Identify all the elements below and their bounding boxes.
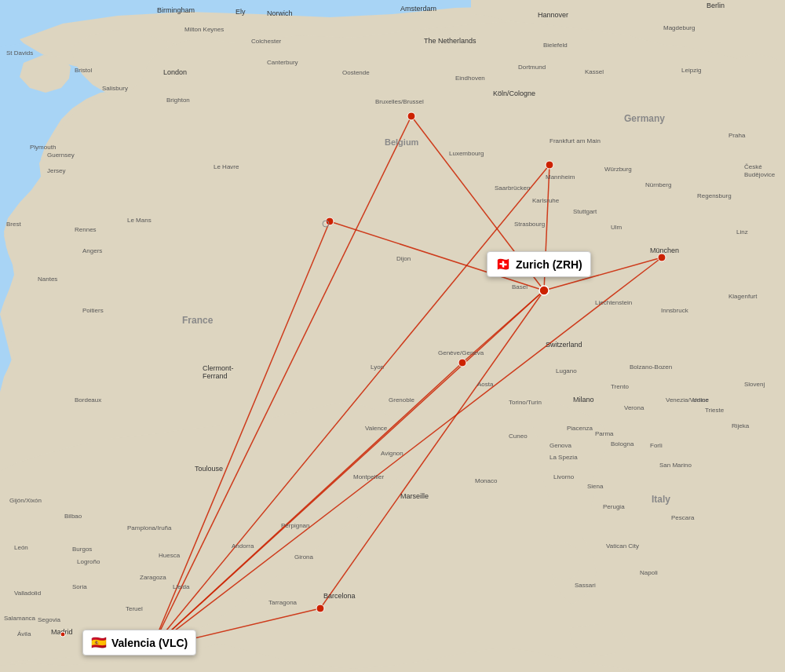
svg-text:Siena: Siena (587, 483, 604, 490)
svg-text:Switzerland: Switzerland (546, 341, 582, 349)
svg-point-136 (546, 161, 553, 169)
svg-text:Bolzano-Bozen: Bolzano-Bozen (630, 363, 672, 371)
svg-text:Barcelona: Barcelona (323, 592, 356, 600)
svg-text:Dijon: Dijon (396, 255, 411, 262)
svg-text:Montpellier: Montpellier (353, 473, 384, 480)
svg-text:Pescara: Pescara (671, 514, 695, 521)
svg-text:Berlin: Berlin (706, 2, 725, 9)
svg-point-140 (316, 604, 324, 612)
svg-text:Valence: Valence (365, 425, 388, 432)
svg-text:Würzburg: Würzburg (604, 166, 632, 173)
svg-text:The Netherlands: The Netherlands (424, 37, 476, 45)
svg-text:Hannover: Hannover (538, 11, 568, 19)
svg-text:Zaragoza: Zaragoza (140, 574, 166, 581)
svg-text:Grenoble: Grenoble (389, 396, 414, 404)
svg-text:Bordeaux: Bordeaux (75, 396, 101, 404)
svg-text:Kassel: Kassel (585, 68, 604, 75)
svg-text:Ulm: Ulm (611, 224, 623, 231)
svg-text:Praha: Praha (728, 132, 746, 139)
svg-text:Germany: Germany (624, 113, 665, 124)
svg-text:Frankfurt am Main: Frankfurt am Main (550, 137, 601, 144)
svg-text:Salamanca: Salamanca (4, 615, 36, 622)
map-svg: Birmingham Ely Norwich Amsterdam Hannove… (0, 0, 785, 672)
svg-text:Napoli: Napoli (640, 569, 658, 576)
svg-text:Pamplona/Iruña: Pamplona/Iruña (127, 524, 172, 531)
svg-text:Linz: Linz (736, 228, 748, 236)
svg-text:České: České (744, 163, 762, 170)
svg-text:Belgium: Belgium (385, 137, 419, 147)
svg-text:Aosta: Aosta (477, 381, 494, 388)
svg-text:Bielefeld: Bielefeld (543, 42, 568, 49)
svg-text:London: London (163, 68, 187, 76)
svg-text:Basel: Basel (512, 283, 528, 290)
svg-text:Brest: Brest (6, 221, 21, 228)
svg-text:Genève/Geneva: Genève/Geneva (438, 349, 484, 356)
svg-text:Oostende: Oostende (342, 69, 370, 76)
svg-text:München: München (650, 247, 679, 254)
svg-text:Nürnberg: Nürnberg (645, 181, 671, 188)
svg-text:Clermont-: Clermont- (203, 364, 234, 372)
svg-text:Poitiers: Poitiers (82, 307, 104, 314)
svg-text:Bilbao: Bilbao (64, 513, 82, 520)
svg-text:Norwich: Norwich (267, 9, 293, 17)
svg-text:Toulouse: Toulouse (195, 465, 223, 473)
svg-text:Plymouth: Plymouth (30, 144, 56, 151)
valencia-label: Valencia (VLC) (111, 637, 188, 649)
svg-text:Lugano: Lugano (556, 367, 577, 374)
svg-text:Ávila: Ávila (17, 630, 31, 637)
svg-text:Luxembourg: Luxembourg (449, 150, 484, 157)
svg-text:Rijeka: Rijeka (732, 422, 750, 429)
svg-text:Trento: Trento (611, 383, 629, 390)
svg-text:Perugia: Perugia (603, 503, 625, 510)
svg-text:Lleida: Lleida (173, 583, 190, 590)
svg-text:León: León (14, 544, 28, 551)
svg-text:Piacenza: Piacenza (567, 425, 593, 432)
svg-text:Bologna: Bologna (611, 440, 634, 447)
svg-text:Leipzig: Leipzig (681, 67, 701, 74)
svg-text:Jersey: Jersey (47, 167, 66, 174)
svg-text:Colchester: Colchester (251, 38, 282, 45)
svg-text:Dortmund: Dortmund (518, 64, 546, 71)
svg-text:Innsbruck: Innsbruck (661, 307, 689, 314)
svg-text:Angers: Angers (82, 247, 102, 254)
svg-text:Liechtenstein: Liechtenstein (595, 299, 632, 306)
svg-text:Valladolid: Valladolid (14, 590, 41, 597)
svg-point-137 (326, 217, 334, 225)
svg-text:Torino/Turin: Torino/Turin (509, 399, 542, 406)
svg-text:Strasbourg: Strasbourg (514, 221, 545, 228)
svg-text:Tarragona: Tarragona (268, 599, 298, 606)
svg-text:Birmingham: Birmingham (157, 6, 195, 14)
svg-text:Genova: Genova (550, 442, 572, 449)
svg-text:Marseille: Marseille (400, 492, 429, 500)
svg-text:Bruxelles/Brussel: Bruxelles/Brussel (375, 98, 424, 105)
svg-text:La Spezia: La Spezia (550, 454, 578, 461)
svg-point-141 (539, 286, 549, 295)
svg-text:Stuttgart: Stuttgart (573, 208, 597, 215)
svg-text:Girona: Girona (294, 553, 314, 561)
svg-text:Karlsruhe: Karlsruhe (532, 197, 560, 204)
svg-point-138 (658, 254, 666, 261)
svg-text:Italy: Italy (652, 494, 670, 505)
svg-text:Cuneo: Cuneo (509, 433, 528, 440)
svg-text:Logroño: Logroño (77, 558, 100, 565)
svg-text:Amsterdam: Amsterdam (400, 5, 436, 13)
svg-text:Avignon: Avignon (381, 450, 403, 457)
svg-text:Le Havre: Le Havre (214, 163, 239, 170)
svg-point-139 (458, 359, 466, 367)
valencia-flag: 🇪🇸 (91, 635, 107, 650)
svg-text:Soria: Soria (72, 583, 87, 590)
svg-text:Segovia: Segovia (38, 616, 60, 623)
svg-text:Ferrand: Ferrand (203, 372, 228, 380)
svg-text:Sassari: Sassari (575, 582, 596, 589)
svg-text:Salisbury: Salisbury (102, 85, 128, 92)
svg-text:Guernsey: Guernsey (47, 152, 75, 159)
zurich-flag: 🇨🇭 (495, 257, 511, 272)
svg-text:Regensburg: Regensburg (697, 192, 732, 199)
svg-text:Gijón/Xixón: Gijón/Xixón (9, 497, 42, 504)
svg-text:Teruel: Teruel (126, 605, 143, 612)
svg-text:Eindhoven: Eindhoven (455, 75, 485, 82)
map-container: Birmingham Ely Norwich Amsterdam Hannove… (0, 0, 785, 672)
svg-text:Bristol: Bristol (75, 67, 92, 74)
svg-text:Huesca: Huesca (159, 552, 181, 559)
svg-text:Mannheim: Mannheim (546, 173, 575, 181)
